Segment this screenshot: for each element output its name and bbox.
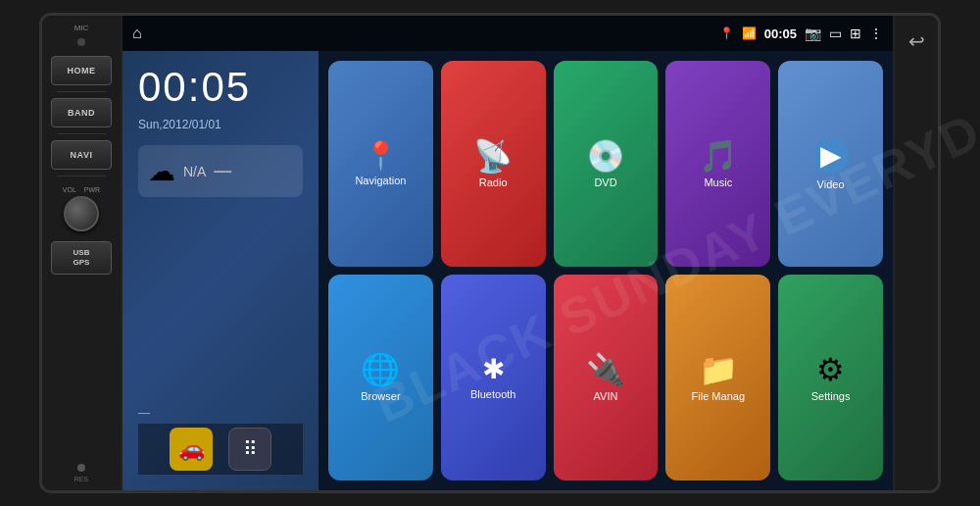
folder-icon: 📁 (699, 354, 738, 385)
vol-pwr-labels: VOL PWR (63, 186, 100, 193)
nav-pin-icon: 📍 (364, 142, 398, 170)
avin-label: AVIN (594, 390, 618, 402)
apps-row-1: 📍 Navigation 📡 Radio 💿 DVD 🎵 Music (328, 61, 883, 267)
date-display: Sun,2012/01/01 (138, 118, 303, 131)
app-browser[interactable]: 🌐 Browser (328, 275, 433, 481)
status-time: 00:05 (764, 26, 797, 41)
weather-na: N/A (183, 164, 206, 179)
location-icon: 📍 (719, 26, 734, 40)
mic-label: MIC (74, 24, 89, 32)
browser-icon: 🌐 (361, 354, 400, 385)
volume-knob[interactable] (64, 196, 99, 231)
avin-icon: 🔌 (586, 354, 625, 385)
dvd-icon: 💿 (586, 140, 625, 172)
app-navigation[interactable]: 📍 Navigation (328, 61, 433, 267)
weather-area: ☁ N/A — (138, 145, 303, 197)
menu-icon[interactable]: ⋮ (869, 25, 883, 41)
knob-area: VOL PWR (63, 186, 100, 231)
bottom-bar-left: 🚗 ⠿ (138, 424, 303, 475)
app-music[interactable]: 🎵 Music (665, 61, 770, 267)
divider (57, 91, 106, 92)
left-widget: 00:05 Sun,2012/01/01 ☁ N/A — — 🚗 ⠿ (122, 51, 318, 490)
weather-dashes: — (214, 161, 231, 181)
res-indicator (77, 464, 85, 472)
bluetooth-icon: ✱ (482, 356, 505, 383)
video-icon: ▶ (813, 138, 849, 174)
screen-area: ⌂ 📍 📶 00:05 📷 ▭ ⊞ ⋮ 00:05 Sun,2012/01/01… (121, 16, 895, 490)
bluetooth-label: Bluetooth (470, 388, 515, 400)
divider (57, 176, 106, 177)
radio-label: Radio (479, 177, 508, 188)
navi-button[interactable]: NAVI (51, 140, 112, 170)
weather-cloud-icon: ☁ (148, 155, 175, 187)
app-dvd[interactable]: 💿 DVD (554, 61, 659, 267)
app-bluetooth[interactable]: ✱ Bluetooth (441, 275, 546, 481)
music-label: Music (704, 177, 732, 188)
usb-gps-label: USBGPS (74, 248, 90, 267)
car-unit: MIC HOME BAND NAVI VOL PWR USBGPS RES ⌂ … (39, 13, 941, 493)
apps-grid-icon: ⠿ (243, 437, 258, 461)
grid-icon[interactable]: ⊞ (850, 25, 861, 41)
back-button[interactable]: ↩ (908, 29, 925, 53)
app-avin[interactable]: 🔌 AVIN (554, 275, 659, 481)
divider (57, 133, 106, 134)
apps-grid-button[interactable]: ⠿ (228, 428, 271, 471)
video-label: Video (817, 178, 845, 190)
res-label: RES (74, 476, 88, 482)
app-file-manager[interactable]: 📁 File Manag (665, 275, 770, 481)
vol-label: VOL (63, 186, 76, 193)
home-button[interactable]: HOME (51, 56, 112, 85)
left-panel: MIC HOME BAND NAVI VOL PWR USBGPS RES (42, 16, 121, 490)
nav-label: Navigation (355, 175, 406, 186)
main-content: 00:05 Sun,2012/01/01 ☁ N/A — — 🚗 ⠿ (122, 51, 893, 490)
dvd-label: DVD (594, 177, 616, 188)
window-icon[interactable]: ▭ (829, 25, 842, 41)
settings-icon: ⚙ (816, 354, 845, 385)
usb-gps-button[interactable]: USBGPS (51, 241, 112, 275)
settings-label: Settings (811, 390, 851, 402)
home-icon[interactable]: ⌂ (132, 25, 142, 42)
app-settings[interactable]: ⚙ Settings (778, 275, 883, 481)
app-video[interactable]: ▶ Video (778, 61, 883, 267)
wifi-icon: 📶 (742, 26, 757, 40)
clock-display: 00:05 (138, 67, 303, 108)
status-bar: ⌂ 📍 📶 00:05 📷 ▭ ⊞ ⋮ (122, 16, 893, 51)
radio-icon: 📡 (473, 140, 513, 172)
mic-dot (77, 38, 85, 46)
band-button[interactable]: BAND (51, 98, 112, 127)
browser-label: Browser (361, 390, 400, 402)
app-radio[interactable]: 📡 Radio (441, 61, 546, 267)
music-icon: 🎵 (699, 140, 738, 172)
apps-row-2: 🌐 Browser ✱ Bluetooth 🔌 AVIN 📁 File Mana… (328, 275, 883, 481)
camera-icon[interactable]: 📷 (805, 25, 821, 41)
car-mode-button[interactable]: 🚗 (170, 428, 213, 471)
apps-grid-area: 📍 Navigation 📡 Radio 💿 DVD 🎵 Music (318, 51, 893, 490)
pwr-label: PWR (84, 186, 100, 193)
car-icon: 🚗 (178, 436, 205, 462)
filemanag-label: File Manag (692, 390, 745, 402)
right-panel: ↩ (895, 16, 938, 490)
